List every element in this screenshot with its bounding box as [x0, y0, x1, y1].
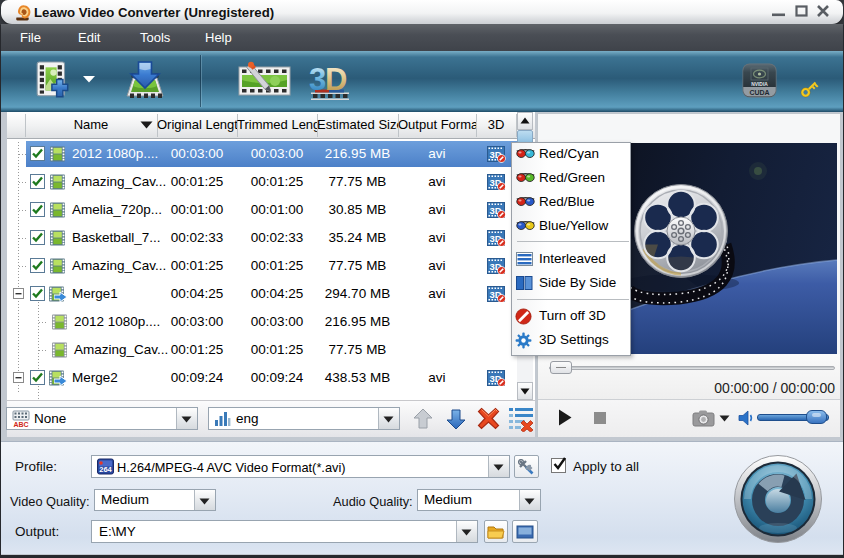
svg-text:ABC: ABC [13, 421, 28, 428]
svg-text:NVIDIA: NVIDIA [751, 82, 768, 87]
svg-text:CUDA: CUDA [749, 89, 769, 96]
svg-text:3: 3 [309, 62, 326, 97]
svg-text:D: D [325, 62, 347, 97]
svg-text:264: 264 [99, 465, 112, 474]
